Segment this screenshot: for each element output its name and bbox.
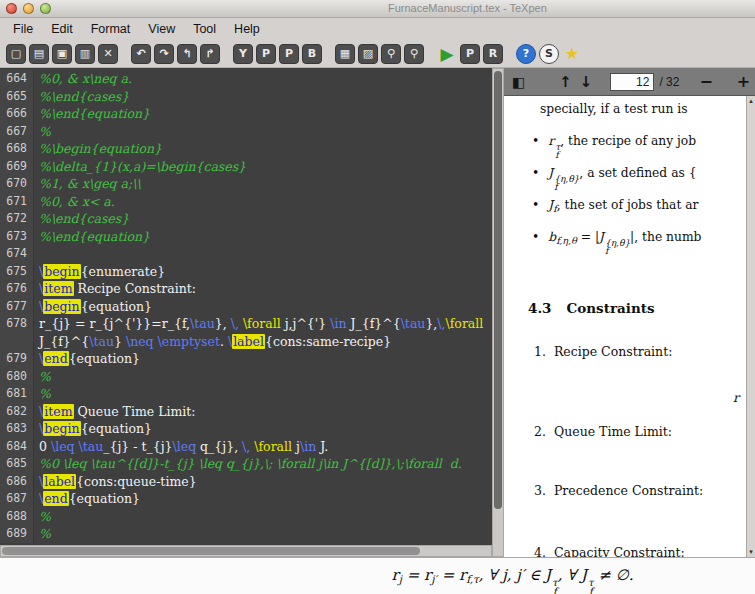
code-line[interactable]: 670%1, & x\geq a;\\	[0, 175, 492, 193]
line-number: 666	[0, 105, 34, 123]
save-all-icon[interactable]: ▥	[75, 44, 95, 64]
code-line[interactable]: 671%0, & x< a.	[0, 193, 492, 211]
code-editor[interactable]: 664%0, & x\neq a.665%\end{cases}666%\end…	[0, 68, 492, 545]
window-maximize-button[interactable]	[40, 3, 51, 14]
code-text: \label{cons:queue-time}	[34, 473, 197, 491]
code-line[interactable]: 683\begin{equation}	[0, 420, 492, 438]
jump-forward-icon[interactable]: ↱	[200, 44, 220, 64]
editor-vertical-scrollbar[interactable]	[492, 68, 504, 557]
editor-horizontal-scrollbar[interactable]	[0, 545, 492, 557]
open-file-icon[interactable]: ▤	[29, 44, 49, 64]
line-number: 679	[0, 350, 34, 368]
code-line[interactable]: 666%\end{equation}	[0, 105, 492, 123]
code-line[interactable]: 6840 \leq \tau_{j} - t_{j}\leq q_{j}, \,…	[0, 438, 492, 456]
pdf-preview-pane: ◧ ↑ ↓ / 32 − + specially, if a test run …	[504, 68, 755, 557]
page-down-icon[interactable]: ↓	[580, 73, 593, 91]
line-number: 681	[0, 385, 34, 403]
code-line[interactable]: J_{f}^{\tau} \neq \emptyset. \label{cons…	[0, 333, 492, 351]
pdf-list-item: 1.Recipe Constraint:	[534, 344, 672, 359]
close-file-icon[interactable]: ✕	[98, 44, 118, 64]
save-icon[interactable]: ▣	[52, 44, 72, 64]
zoom-out-icon[interactable]: −	[699, 72, 712, 91]
table-icon[interactable]: ▦	[335, 44, 355, 64]
pdf-paragraph-fragment: specially, if a test run is	[540, 102, 688, 116]
code-line[interactable]: 675\begin{enumerate}	[0, 263, 492, 281]
image-icon[interactable]: ▨	[358, 44, 378, 64]
replace-icon[interactable]: ⚲	[404, 44, 424, 64]
code-text: \item Queue Time Limit:	[34, 403, 196, 421]
favorite-icon[interactable]: ★	[562, 44, 582, 64]
code-text: %	[34, 385, 51, 403]
code-line[interactable]: 677\begin{equation}	[0, 298, 492, 316]
help-icon[interactable]: ?	[516, 44, 536, 64]
scroll-up-icon[interactable]: ▴	[747, 97, 755, 105]
code-line[interactable]: 673%\end{equation}	[0, 228, 492, 246]
code-line[interactable]: 676\item Recipe Constraint:	[0, 280, 492, 298]
code-line[interactable]: 669%\delta_{1}(x,a)=\begin{cases}	[0, 158, 492, 176]
line-number: 677	[0, 298, 34, 316]
line-number: 674	[0, 245, 34, 263]
code-line[interactable]: 674	[0, 245, 492, 263]
code-text: %0, & x< a.	[34, 193, 115, 211]
section-number: 4.3	[528, 300, 552, 316]
line-number: 668	[0, 140, 34, 158]
code-text: %\end{equation}	[34, 105, 150, 123]
code-text: %\delta_{1}(x,a)=\begin{cases}	[34, 158, 246, 176]
window-close-button[interactable]	[6, 3, 17, 14]
code-line[interactable]: 682\item Queue Time Limit:	[0, 403, 492, 421]
code-line[interactable]: 664%0, & x\neq a.	[0, 70, 492, 88]
code-line[interactable]: 689%	[0, 525, 492, 543]
line-number: 687	[0, 490, 34, 508]
jump-back-icon[interactable]: ↰	[177, 44, 197, 64]
line-number: 675	[0, 263, 34, 281]
code-line[interactable]: 686\label{cons:queue-time}	[0, 473, 492, 491]
build-run-icon[interactable]: ▶	[437, 44, 457, 64]
code-line[interactable]: 679\end{equation}	[0, 350, 492, 368]
line-number: 683	[0, 420, 34, 438]
menu-format[interactable]: Format	[82, 19, 140, 39]
code-text: \begin{equation}	[34, 298, 152, 316]
code-line[interactable]: 680%	[0, 368, 492, 386]
code-line[interactable]: 665%\end{cases}	[0, 88, 492, 106]
code-text: %0 \leq \tau^{[d]}-t_{j} \leq q_{j},\; \…	[34, 455, 462, 473]
menu-help[interactable]: Help	[225, 19, 269, 39]
view-pdf-icon[interactable]: R	[483, 44, 503, 64]
code-line[interactable]: 681%	[0, 385, 492, 403]
code-line[interactable]: 688%	[0, 508, 492, 526]
menu-view[interactable]: View	[139, 19, 184, 39]
code-line[interactable]: 678r_{j} = r_{j^{'}}=r_{f,\tau}, \, \for…	[0, 315, 492, 333]
menu-file[interactable]: File	[4, 19, 42, 39]
page-number-input[interactable]	[610, 73, 654, 91]
bracket-icon[interactable]: P	[279, 44, 299, 64]
line-number: 673	[0, 228, 34, 246]
symbol-y-icon[interactable]: Y	[233, 44, 253, 64]
redo-icon[interactable]: ↷	[154, 44, 174, 64]
pdf-scrollbar[interactable]: ▴ ▾	[746, 96, 755, 557]
line-number: 685	[0, 455, 34, 473]
code-line[interactable]: 685%0 \leq \tau^{[d]}-t_{j} \leq q_{j},\…	[0, 455, 492, 473]
window-minimize-button[interactable]	[23, 3, 34, 14]
title-bar: FurnaceManuscript.tex - TeXpen	[0, 0, 755, 18]
code-line[interactable]: 668%\begin{equation}	[0, 140, 492, 158]
quick-build-icon[interactable]: P	[460, 44, 480, 64]
line-number: 680	[0, 368, 34, 386]
menu-tool[interactable]: Tool	[184, 19, 225, 39]
find-icon[interactable]: ⚲	[381, 44, 401, 64]
code-line[interactable]: 667%	[0, 123, 492, 141]
undo-icon[interactable]: ↶	[131, 44, 151, 64]
page-up-icon[interactable]: ↑	[559, 73, 572, 91]
parenthesis-icon[interactable]: P	[256, 44, 276, 64]
brace-icon[interactable]: B	[302, 44, 322, 64]
scroll-down-icon[interactable]: ▾	[747, 548, 755, 556]
about-icon[interactable]: S	[539, 44, 559, 64]
pdf-sidebar-toggle-icon[interactable]: ◧	[512, 74, 525, 90]
pdf-toolbar: ◧ ↑ ↓ / 32 − +	[504, 68, 755, 96]
zoom-in-icon[interactable]: +	[737, 72, 750, 91]
menu-edit[interactable]: Edit	[42, 19, 82, 39]
pdf-bullet-item: •rτf, the recipe of any job	[532, 134, 696, 159]
new-file-icon[interactable]: ▢	[6, 44, 26, 64]
horizontal-scrollbar-thumb[interactable]	[2, 547, 420, 555]
code-line[interactable]: 672%\end{cases}	[0, 210, 492, 228]
code-line[interactable]: 687\end{equation}	[0, 490, 492, 508]
vertical-scrollbar-thumb[interactable]	[494, 71, 502, 509]
